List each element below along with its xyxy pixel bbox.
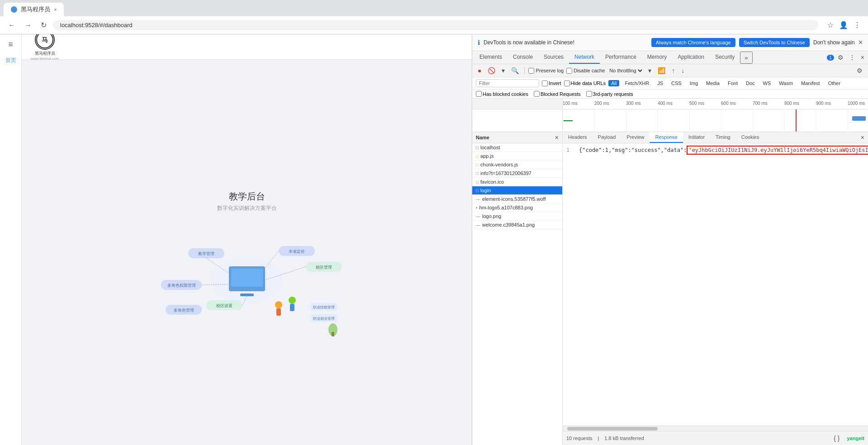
hide-data-urls-checkbox-label[interactable]: Hide data URLs xyxy=(564,80,606,86)
tab-security[interactable]: Security xyxy=(710,51,740,64)
filter-type-js[interactable]: JS xyxy=(655,80,666,86)
horizontal-scrollbar[interactable] xyxy=(563,426,868,431)
profile-btn[interactable]: 👤 xyxy=(837,19,850,31)
bookmark-btn[interactable]: ☆ xyxy=(825,19,835,31)
filter-type-manifest[interactable]: Manifest xyxy=(798,80,823,86)
filter-input[interactable] xyxy=(476,79,539,87)
switch-language-button[interactable]: Switch DevTools to Chinese xyxy=(739,38,810,47)
filter-type-fetch[interactable]: Fetch/XHR xyxy=(622,80,652,86)
filter-type-img[interactable]: Img xyxy=(687,80,701,86)
list-close-btn[interactable]: × xyxy=(555,134,559,141)
file-item-logo[interactable]: — logo.png xyxy=(472,212,562,221)
preserve-log-label[interactable]: Preserve log xyxy=(528,68,564,74)
invert-checkbox[interactable] xyxy=(542,80,548,86)
timeline-header: 100 ms 200 ms 300 ms 400 ms 500 ms 600 m… xyxy=(472,99,868,109)
url-bar[interactable] xyxy=(53,20,818,30)
dismiss-banner-button[interactable]: Don't show again xyxy=(813,39,855,46)
tab-console[interactable]: Console xyxy=(508,51,538,64)
scrollbar-thumb[interactable] xyxy=(567,427,658,431)
filter-type-wasm[interactable]: Wasm xyxy=(776,80,796,86)
tab-sources[interactable]: Sources xyxy=(538,51,569,64)
banner-close-btn[interactable]: × xyxy=(859,38,863,47)
file-item-login[interactable]: □ login xyxy=(472,186,562,195)
devtools-more-btn[interactable]: ⋮ xyxy=(847,52,857,63)
file-item-info[interactable]: □ info?t=1673012006397 xyxy=(472,169,562,178)
hide-data-urls-checkbox[interactable] xyxy=(564,80,570,86)
filter-type-all[interactable]: All xyxy=(608,80,619,86)
detail-close-btn[interactable]: × xyxy=(857,132,868,143)
svg-text:校区管理: 校区管理 xyxy=(315,265,332,270)
active-tab[interactable]: 黑马程序员 × xyxy=(4,3,64,16)
disable-cache-checkbox[interactable] xyxy=(566,68,572,74)
refresh-button[interactable]: ↻ xyxy=(38,20,49,30)
record-btn[interactable]: ● xyxy=(476,66,483,75)
throttle-select[interactable]: No throttling Fast 3G Slow 3G Offline xyxy=(607,67,644,74)
invert-checkbox-label[interactable]: Invert xyxy=(542,80,561,86)
upload-icon-btn[interactable]: ↑ xyxy=(670,66,677,75)
third-party-label[interactable]: 3rd-party requests xyxy=(586,91,633,97)
tab-elements[interactable]: Elements xyxy=(474,51,508,64)
clear-btn[interactable]: 🚫 xyxy=(486,66,497,75)
filter-btn[interactable]: ▾ xyxy=(500,66,507,75)
wifi-icon-btn[interactable]: 📶 xyxy=(656,66,667,75)
disable-cache-label[interactable]: Disable cache xyxy=(566,68,605,74)
filter-type-media[interactable]: Media xyxy=(703,80,722,86)
detail-tab-response[interactable]: Response xyxy=(650,132,683,143)
network-settings-btn[interactable]: ⚙ xyxy=(855,66,864,75)
devtools-close-btn[interactable]: × xyxy=(859,52,866,63)
svg-text:教学管理: 教学管理 xyxy=(198,251,214,256)
menu-btn[interactable]: ⋮ xyxy=(852,19,863,31)
search-btn[interactable]: 🔍 xyxy=(509,66,521,75)
throttle-arrow-btn[interactable]: ▾ xyxy=(646,66,653,75)
back-button[interactable]: ← xyxy=(5,20,18,30)
forward-button[interactable]: → xyxy=(22,20,34,30)
detail-tab-payload[interactable]: Payload xyxy=(593,132,621,143)
tab-memory[interactable]: Memory xyxy=(642,51,672,64)
has-blocked-cookies-label[interactable]: Has blocked cookies xyxy=(476,91,528,97)
detail-tab-headers[interactable]: Headers xyxy=(563,132,593,143)
filter-type-other[interactable]: Other xyxy=(825,80,844,86)
devtools-settings-btn[interactable]: ⚙ xyxy=(836,52,845,63)
file-item-element-icons[interactable]: — element-icons.535877f5.woff xyxy=(472,195,562,204)
tick-700ms: 700 ms xyxy=(753,101,768,106)
filter-type-doc[interactable]: Doc xyxy=(743,80,758,86)
blocked-requests-label[interactable]: Blocked Requests xyxy=(534,91,581,97)
detail-tab-preview[interactable]: Preview xyxy=(621,132,650,143)
filter-type-font[interactable]: Font xyxy=(725,80,740,86)
tab-close-btn[interactable]: × xyxy=(54,7,57,12)
tab-application[interactable]: Application xyxy=(672,51,710,64)
detail-tab-initiator[interactable]: Initiator xyxy=(683,132,710,143)
third-party-checkbox[interactable] xyxy=(586,91,592,97)
blocked-requests-checkbox[interactable] xyxy=(534,91,540,97)
file-item-chunk-vendors[interactable]: □ chunk-vendors.js xyxy=(472,161,562,169)
file-name-login: login xyxy=(480,188,491,193)
more-tabs-btn[interactable]: » xyxy=(740,52,752,64)
match-language-button[interactable]: Always match Chrome's language xyxy=(651,38,735,47)
svg-text:本省定价: 本省定价 xyxy=(289,249,305,254)
hamburger-menu[interactable]: ≡ xyxy=(8,40,13,49)
file-item-welcome[interactable]: — welcome.c39845a1.png xyxy=(472,221,562,229)
console-badge: 1 xyxy=(827,54,834,61)
tab-performance[interactable]: Performance xyxy=(600,51,642,64)
detail-tab-cookies[interactable]: Cookies xyxy=(736,132,765,143)
tab-network[interactable]: Network xyxy=(569,51,600,64)
sidebar-home-link[interactable]: 首页 xyxy=(5,57,16,64)
has-blocked-cookies-checkbox[interactable] xyxy=(476,91,482,97)
detail-tab-timing[interactable]: Timing xyxy=(710,132,736,143)
file-item-favicon[interactable]: □ favicon.ico xyxy=(472,178,562,186)
filter-type-ws[interactable]: WS xyxy=(760,80,774,86)
preserve-log-checkbox[interactable] xyxy=(528,68,534,74)
download-icon-btn[interactable]: ↓ xyxy=(679,66,686,75)
filter-bar: Invert Hide data URLs All Fetch/XHR JS C… xyxy=(472,77,868,90)
file-item-hm-logo[interactable]: • hm-logo5.a107c883.png xyxy=(472,204,562,212)
braces-btn[interactable]: { } xyxy=(832,433,841,444)
file-item-localhost[interactable]: □ localhost xyxy=(472,143,562,152)
timeline-name-col xyxy=(472,99,563,109)
network-list-header: Name × xyxy=(472,132,562,143)
grid-line-7 xyxy=(784,109,785,132)
grid-line-6 xyxy=(753,109,753,132)
filter-type-css[interactable]: CSS xyxy=(669,80,684,86)
file-item-appjs[interactable]: □ app.js xyxy=(472,152,562,161)
response-text-1: {"code":1,"msg":"success","data":"eyJhbG… xyxy=(579,147,868,153)
blocked-requests-text: Blocked Requests xyxy=(541,91,581,97)
